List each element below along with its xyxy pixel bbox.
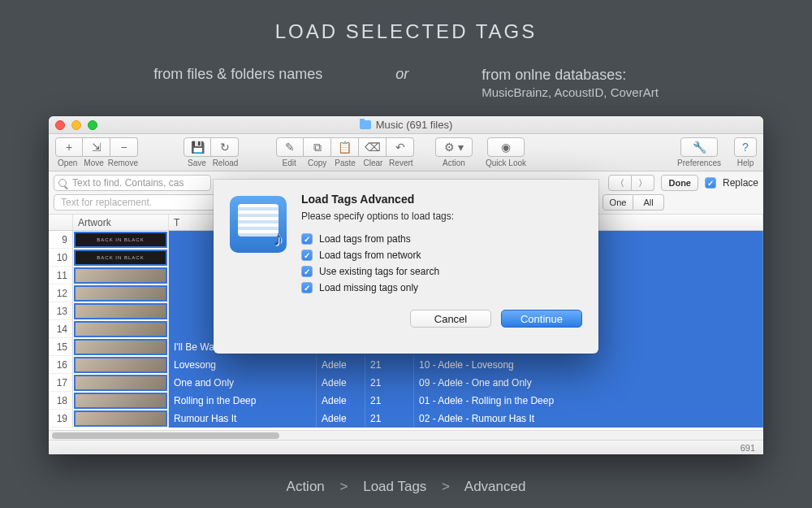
titlebar: Music (691 files) [49,116,763,134]
option-label: Load tags from paths [319,233,411,245]
row-artwork [73,284,169,302]
col-number[interactable] [49,215,73,230]
window-title: Music (691 files) [49,119,763,131]
save-icon: 💾 [191,141,205,154]
move-button[interactable]: ⇲ [83,137,110,157]
breadcrumb-loadtags: Load Tags [363,479,426,494]
clear-button[interactable]: ⌫ [359,137,387,157]
row-file: 02 - Adele - Rumour Has It [414,410,763,428]
row-number: 19 [49,410,73,428]
quicklook-group: ◉ Quick Look [486,137,526,167]
horizontal-scrollbar[interactable] [49,430,763,440]
copy-button[interactable]: ⧉ [304,137,331,157]
remove-button[interactable]: − [110,137,138,157]
row-artwork [73,392,169,410]
artwork-thumb [74,393,167,409]
row-artist: Adele [317,410,365,428]
option-label: Use existing tags for search [319,266,439,277]
replace-all-button[interactable]: All [633,194,664,211]
dialog-option[interactable]: ✓Load missing tags only [301,282,582,293]
search-input[interactable]: Text to find. Contains, cas [54,175,211,191]
row-title: Lovesong [169,356,317,374]
cancel-button[interactable]: Cancel [410,310,491,328]
edit-group: ✎ ⧉ 📋 ⌫ ↶ Edit Copy Paste Clear Revert [276,137,414,167]
dialog-app-icon [230,196,287,253]
dialog-title: Load Tags Advanced [301,193,582,206]
edit-label: Edit [276,158,302,167]
row-number: 17 [49,374,73,392]
prefs-group: 🔧 Preferences [677,137,721,167]
row-artist: Adele [317,356,365,374]
dialog-option[interactable]: ✓Load tags from network [301,250,582,261]
artwork-thumb [74,375,167,391]
row-number: 13 [49,302,73,320]
open-button[interactable]: + [55,137,83,157]
search-placeholder: Text to find. Contains, cas [72,177,184,189]
row-artwork [73,302,169,320]
paste-label: Paste [332,158,358,167]
window-title-text: Music (691 files) [376,119,453,131]
row-title: Rolling in the Deep [169,392,317,410]
reload-label: Reload [212,158,239,167]
remove-label: Remove [108,158,138,167]
table-row[interactable]: 18Rolling in the DeepAdele2101 - Adele -… [49,392,763,410]
revert-label: Revert [388,158,414,167]
artwork-thumb [74,357,167,373]
done-button[interactable]: Done [661,175,698,191]
revert-button[interactable]: ↶ [387,137,414,157]
paste-icon: 📋 [338,141,352,154]
action-button[interactable]: ⚙︎ ▾ [435,137,473,157]
scroll-thumb[interactable] [52,432,279,439]
reload-button[interactable]: ↻ [211,137,239,157]
load-tags-dialog: Load Tags Advanced Please specify option… [214,180,598,354]
table-row[interactable]: 19Rumour Has ItAdele2102 - Adele - Rumou… [49,410,763,428]
artwork-thumb: BACK IN BLACK [74,250,167,266]
checkbox-icon[interactable]: ✓ [301,250,313,261]
move-label: Move [81,158,106,167]
edit-button[interactable]: ✎ [276,137,304,157]
chevron-icon: > [442,479,450,494]
page-title: LOAD SELECTED TAGS [0,0,812,43]
save-group: 💾 ↻ Save Reload [184,137,239,167]
dialog-option[interactable]: ✓Use existing tags for search [301,266,582,277]
preferences-button[interactable]: 🔧 [680,137,718,157]
replace-checkbox[interactable]: ✓ [705,177,716,189]
eye-icon: ◉ [501,141,511,154]
continue-button[interactable]: Continue [501,310,582,328]
paste-button[interactable]: 📋 [331,137,359,157]
row-artwork [73,410,169,428]
breadcrumb-action: Action [287,479,325,494]
subtitle-right: from onlne databases: MusicBrainz, Acous… [482,66,659,101]
wrench-icon: 🔧 [693,141,706,154]
artwork-thumb [74,303,167,319]
checkbox-icon[interactable]: ✓ [301,282,313,293]
action-group: ⚙︎ ▾ Action [435,137,473,167]
clear-label: Clear [360,158,386,167]
row-number: 14 [49,320,73,338]
subtitle-right-line2: MusicBrainz, AcoustID, CoverArt [482,85,659,101]
checkbox-icon[interactable]: ✓ [301,233,313,245]
save-button[interactable]: 💾 [184,137,211,157]
artwork-thumb [74,339,167,355]
table-row[interactable]: 17One and OnlyAdele2109 - Adele - One an… [49,374,763,392]
folder-icon [360,120,371,129]
row-number: 9 [49,231,73,249]
row-artist: Adele [317,392,365,410]
row-title: Rumour Has It [169,410,317,428]
quicklook-button[interactable]: ◉ [487,137,525,157]
row-number: 10 [49,249,73,267]
dialog-option[interactable]: ✓Load tags from paths [301,233,582,245]
row-album: 21 [365,374,414,392]
col-artwork[interactable]: Artwork [73,215,169,230]
find-prev-button[interactable]: 〈 [608,175,632,191]
action-label: Action [435,158,473,167]
table-row[interactable]: 16LovesongAdele2110 - Adele - Lovesong [49,356,763,374]
replace-one-button[interactable]: One [603,194,633,211]
open-label: Open [55,158,80,167]
row-number: 18 [49,392,73,410]
help-button[interactable]: ? [734,137,757,157]
copy-icon: ⧉ [313,141,322,154]
artwork-thumb [74,410,167,427]
find-next-button[interactable]: 〉 [632,175,654,191]
checkbox-icon[interactable]: ✓ [301,266,313,277]
